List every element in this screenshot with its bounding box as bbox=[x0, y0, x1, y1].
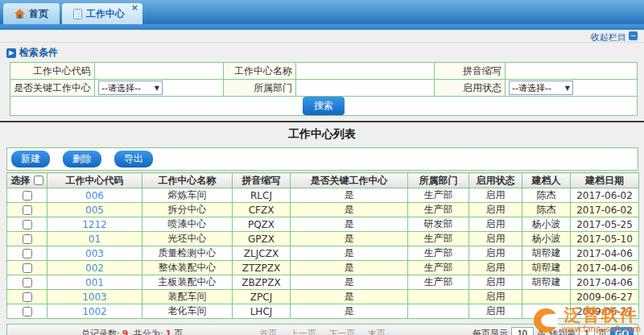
cell-status: 启用 bbox=[469, 217, 522, 232]
status-select[interactable]: --请选择-- ▼ bbox=[509, 81, 573, 95]
row-checkbox[interactable] bbox=[23, 220, 32, 230]
new-button[interactable]: 新建 bbox=[11, 151, 50, 168]
work-center-name-input[interactable] bbox=[299, 64, 431, 78]
next-page-link[interactable]: 下一页 bbox=[328, 329, 355, 335]
collapse-columns-link[interactable]: 收起栏目 bbox=[591, 32, 626, 43]
cell-status: 启用 bbox=[469, 232, 522, 246]
cell-dept: 生产部 bbox=[408, 188, 469, 203]
table-header-row: 选择 工作中心代码工作中心名称拼音缩写是否关键工作中心所属部门启用状态建档人建档… bbox=[7, 173, 639, 188]
select-all-checkbox[interactable] bbox=[34, 176, 43, 185]
cell-creator: 胡帮建 bbox=[522, 246, 571, 261]
cell-code: 1002 bbox=[47, 304, 142, 319]
cell-date: 2009-06-27 bbox=[571, 290, 639, 304]
cell-pinyin: ZBZPZX bbox=[233, 275, 291, 290]
cell-is_key: 是 bbox=[291, 232, 408, 246]
is-key-work-center-select[interactable]: --请选择-- ▼ bbox=[98, 81, 163, 95]
export-button[interactable]: 导出 bbox=[114, 151, 153, 168]
section-arrow-icon[interactable]: ▶ bbox=[6, 48, 16, 58]
row-checkbox[interactable] bbox=[23, 205, 32, 215]
table-row: 005拆分中心CFZX是生产部启用陈杰2017-06-02 bbox=[7, 203, 639, 217]
work-center-code-link[interactable]: 002 bbox=[85, 263, 104, 274]
row-checkbox[interactable] bbox=[23, 307, 32, 316]
cell-pinyin: RLCJ bbox=[233, 188, 291, 203]
cell-code: 006 bbox=[47, 188, 142, 203]
delete-button[interactable]: 删除 bbox=[63, 151, 101, 168]
first-page-link[interactable]: 首页 bbox=[259, 329, 277, 335]
cell-pinyin: PQZX bbox=[233, 217, 291, 232]
work-center-code-input[interactable] bbox=[98, 64, 220, 78]
work-center-code-link[interactable]: 001 bbox=[85, 277, 104, 288]
work-center-code-link[interactable]: 1002 bbox=[82, 306, 107, 317]
work-center-code-link[interactable]: 006 bbox=[85, 190, 104, 201]
row-checkbox[interactable] bbox=[23, 191, 32, 201]
tab-home-label: 首页 bbox=[29, 7, 48, 21]
record-summary: 总记录数:9 共分为:1页 bbox=[7, 328, 183, 335]
cell-pinyin: ZTZPZX bbox=[233, 261, 291, 275]
cell-select bbox=[7, 203, 47, 217]
cell-name: 老化车间 bbox=[142, 304, 233, 319]
search-form: 工作中心代码 工作中心名称 拼音缩写 是否关键工作中心 --请选择-- ▼ 所属… bbox=[10, 62, 638, 116]
per-page-label: 每页显示 bbox=[473, 328, 508, 335]
row-checkbox[interactable] bbox=[23, 263, 32, 273]
cell-is_key: 是 bbox=[291, 246, 408, 261]
work-center-code-link[interactable]: 005 bbox=[85, 205, 104, 216]
table-row: 1003装配车间ZPCJ是启用2009-06-27 bbox=[7, 290, 639, 304]
table-row: 1212喷漆中心PQZX是研发部启用杨小波2017-05-25 bbox=[7, 217, 639, 232]
is-key-work-center-label: 是否关键工作中心 bbox=[10, 80, 95, 97]
cell-code: 001 bbox=[47, 275, 142, 290]
cell-code: 1212 bbox=[47, 217, 142, 232]
column-header: 建档日期 bbox=[571, 173, 639, 188]
cell-name: 熔炼车间 bbox=[142, 188, 233, 203]
cell-name: 整体装配中心 bbox=[142, 261, 233, 275]
work-center-code-label: 工作中心代码 bbox=[10, 63, 95, 80]
collapse-row: 收起栏目− bbox=[0, 30, 644, 43]
work-center-code-link[interactable]: 1003 bbox=[82, 292, 107, 303]
table-row: 01光坯中心GPZX是生产部启用杨小波2017-05-10 bbox=[7, 232, 639, 246]
pinyin-input[interactable] bbox=[509, 64, 634, 78]
cell-pinyin: ZPCJ bbox=[233, 290, 291, 304]
work-center-code-link[interactable]: 01 bbox=[89, 234, 101, 245]
column-header: 选择 bbox=[7, 173, 47, 188]
row-checkbox[interactable] bbox=[23, 234, 32, 244]
total-pages-value: 1 bbox=[163, 329, 175, 335]
cell-status: 启用 bbox=[469, 188, 522, 203]
work-center-code-link[interactable]: 003 bbox=[85, 248, 104, 259]
cell-name: 质量检测中心 bbox=[142, 246, 233, 261]
total-records-label: 总记录数: bbox=[81, 329, 120, 335]
go-button[interactable]: GO bbox=[610, 327, 634, 335]
cell-is_key: 是 bbox=[291, 304, 408, 319]
cell-status: 启用 bbox=[469, 203, 522, 217]
column-header: 工作中心代码 bbox=[47, 173, 142, 188]
cell-creator: 杨小波 bbox=[522, 232, 571, 246]
per-page-input[interactable] bbox=[511, 327, 534, 335]
row-checkbox[interactable] bbox=[23, 292, 32, 302]
cell-date: 2017-04-06 bbox=[571, 275, 639, 290]
prev-page-link[interactable]: 上一页 bbox=[290, 329, 316, 335]
goto-page-input[interactable] bbox=[579, 327, 595, 335]
cell-dept bbox=[408, 290, 469, 304]
cell-date: 2017-06-02 bbox=[571, 203, 639, 217]
cell-dept: 生产部 bbox=[408, 203, 469, 217]
row-checkbox[interactable] bbox=[23, 278, 32, 287]
status-select-value: --请选择-- bbox=[512, 82, 551, 94]
cell-pinyin: ZLJCZX bbox=[233, 246, 291, 261]
cell-date: 2017-05-10 bbox=[571, 232, 639, 246]
cell-pinyin: CFZX bbox=[233, 203, 291, 217]
last-page-link[interactable]: 末页 bbox=[368, 329, 386, 335]
cell-select bbox=[7, 290, 47, 304]
work-center-code-link[interactable]: 1212 bbox=[82, 219, 107, 230]
pinyin-label: 拼音缩写 bbox=[435, 63, 506, 80]
top-tab-bar: 首页 工作中心 × bbox=[0, 0, 644, 24]
department-input[interactable] bbox=[299, 81, 431, 95]
tab-work-center[interactable]: 工作中心 × bbox=[62, 3, 142, 24]
pagination-bar: 总记录数:9 共分为:1页 首页 上一页 下一页 末页 每页显示 条 转到第 页… bbox=[6, 324, 638, 335]
collapse-icon[interactable]: − bbox=[629, 31, 638, 40]
cell-status: 启用 bbox=[469, 246, 522, 261]
tab-home[interactable]: 首页 bbox=[3, 3, 60, 24]
cell-name: 装配车间 bbox=[142, 290, 233, 304]
cell-dept: 生产部 bbox=[408, 261, 469, 275]
column-header: 启用状态 bbox=[469, 173, 522, 188]
row-checkbox[interactable] bbox=[23, 249, 32, 258]
close-icon[interactable]: × bbox=[131, 4, 138, 12]
search-button[interactable]: 搜索 bbox=[303, 97, 345, 115]
